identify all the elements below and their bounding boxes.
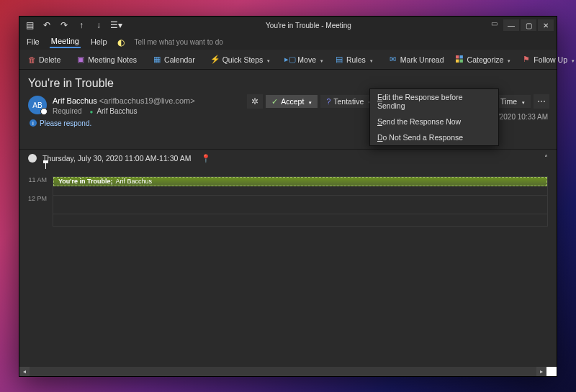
- clock-bullet-icon: [28, 154, 37, 163]
- down-arrow-icon[interactable]: ↓: [93, 19, 104, 31]
- rules-icon: ▤: [335, 55, 343, 64]
- ribbon: 🗑Delete ▣Meeting Notes ▦Calendar ⚡Quick …: [19, 50, 557, 70]
- outlook-meeting-window: ▤ ↶ ↷ ↑ ↓ ☰▾ You're in Trouble - Meeting…: [19, 16, 557, 377]
- move-label: Move: [297, 55, 316, 64]
- rules-button[interactable]: ▤Rules: [331, 54, 377, 65]
- now-marker-icon: [45, 163, 46, 169]
- required-attendee: Arif Bacchus: [96, 107, 137, 115]
- lightbulb-icon: ◐: [117, 37, 126, 46]
- meeting-notes-label: Meeting Notes: [88, 55, 137, 64]
- time-slot[interactable]: You're in Trouble; Arif Bacchus: [53, 177, 547, 196]
- delete-label: Delete: [39, 55, 60, 64]
- menu-item-label: end the Response Now: [382, 117, 461, 126]
- quick-steps-label: Quick Steps: [222, 55, 264, 64]
- horizontal-scrollbar[interactable]: ◂ ▸: [19, 367, 557, 376]
- accept-label: Accept: [281, 97, 304, 106]
- tracking-icon-button[interactable]: ✲: [247, 94, 263, 109]
- avatar[interactable]: AB: [28, 96, 47, 114]
- calendar-button[interactable]: ▦Calendar: [149, 54, 199, 65]
- up-arrow-icon[interactable]: ↑: [76, 19, 87, 31]
- resize-grip[interactable]: [546, 367, 557, 376]
- save-icon[interactable]: ▤: [24, 19, 35, 31]
- tell-me-input[interactable]: Tell me what you want to do: [135, 38, 223, 46]
- organizer-name: Arif Bacchus: [53, 96, 97, 105]
- scroll-right-icon[interactable]: ▸: [536, 367, 546, 376]
- svg-rect-3: [460, 60, 463, 63]
- meeting-time-bar: Thursday, July 30, 2020 11:00 AM-11:30 A…: [19, 149, 557, 168]
- close-button[interactable]: ✕: [538, 19, 554, 31]
- time-slot[interactable]: [53, 196, 547, 214]
- please-respond-text: Please respond.: [40, 119, 91, 127]
- calendar-event[interactable]: You're in Trouble; Arif Bacchus: [53, 177, 547, 186]
- categorize-button[interactable]: Categorize: [452, 54, 515, 65]
- envelope-icon: ✉: [389, 55, 397, 64]
- window-controls: ▭ ― ▢ ✕: [491, 19, 557, 31]
- menu-do-not-send[interactable]: Do Not Send a Response: [370, 129, 498, 145]
- lightning-icon: ⚡: [211, 55, 220, 64]
- onenote-icon: ▣: [76, 55, 85, 64]
- hour-label-11: 11 AM: [28, 176, 50, 183]
- accept-button[interactable]: ✓Accept: [266, 95, 318, 108]
- required-label: Required: [53, 107, 82, 115]
- titlebar: ▤ ↶ ↷ ↑ ↓ ☰▾ You're in Trouble - Meeting…: [19, 17, 557, 34]
- follow-up-label: Follow Up: [534, 55, 567, 64]
- collapse-toggle[interactable]: ˄: [544, 154, 548, 162]
- quick-steps-button[interactable]: ⚡Quick Steps: [207, 54, 274, 65]
- follow-up-button[interactable]: ⚑Follow Up: [518, 54, 576, 65]
- event-subject: You're in Trouble;: [58, 178, 112, 185]
- menu-item-label: dit the Response before Sending: [377, 93, 463, 110]
- check-icon: ✓: [271, 97, 278, 106]
- menu-send-response[interactable]: Send the Response Now: [370, 114, 498, 129]
- touch-mouse-mode-icon[interactable]: ☰▾: [110, 19, 122, 31]
- menu-edit-response[interactable]: Edit the Response before Sending: [370, 89, 498, 114]
- menu-item-label: o Not Send a Response: [383, 133, 464, 142]
- delete-icon: 🗑: [27, 55, 36, 64]
- mark-unread-button[interactable]: ✉Mark Unread: [385, 54, 448, 65]
- info-icon: i: [30, 119, 37, 127]
- scroll-left-icon[interactable]: ◂: [19, 367, 30, 376]
- maximize-button[interactable]: ▢: [521, 19, 536, 31]
- location-pin-icon: 📍: [201, 154, 211, 163]
- presence-icon: ●: [89, 109, 93, 115]
- move-button[interactable]: ▸▢Move: [282, 54, 327, 65]
- svg-rect-1: [460, 55, 463, 58]
- flag-icon: ⚑: [522, 55, 531, 64]
- accept-dropdown-menu: Edit the Response before Sending Send th…: [369, 88, 499, 146]
- undo-icon[interactable]: ↶: [41, 19, 53, 31]
- categorize-label: Categorize: [467, 55, 504, 64]
- calendar-grid[interactable]: You're in Trouble; Arif Bacchus: [53, 176, 548, 227]
- organizer-email: <arifbacchus19@live.com>: [99, 96, 195, 105]
- tentative-label: Tentative: [333, 97, 364, 106]
- svg-rect-2: [456, 60, 459, 63]
- minimize-button[interactable]: ―: [503, 19, 519, 31]
- organizer-lines: Arif Bacchus <arifbacchus19@live.com> Re…: [53, 96, 195, 117]
- window-title: You're in Trouble - Meeting: [126, 22, 491, 29]
- menu-bar: File Meeting Help ◐ Tell me what you wan…: [19, 34, 557, 50]
- meeting-datetime: Thursday, July 30, 2020 11:00 AM-11:30 A…: [42, 154, 191, 163]
- more-actions-button[interactable]: ⋯: [534, 94, 549, 109]
- menu-help[interactable]: Help: [89, 36, 109, 47]
- folder-move-icon: ▸▢: [286, 55, 294, 64]
- question-icon: ?: [326, 97, 330, 106]
- delete-button[interactable]: 🗑Delete: [24, 54, 64, 65]
- event-organizer: Arif Bacchus: [115, 178, 152, 185]
- calendar-icon: ▦: [153, 55, 161, 64]
- rules-label: Rules: [346, 55, 366, 64]
- calendar-label: Calendar: [164, 55, 195, 64]
- ribbon-display-icon[interactable]: ▭: [491, 19, 498, 31]
- hour-label-12: 12 PM: [28, 195, 50, 202]
- svg-rect-0: [456, 55, 459, 58]
- mark-unread-label: Mark Unread: [400, 55, 444, 64]
- menu-meeting[interactable]: Meeting: [50, 35, 81, 48]
- time-slot[interactable]: [53, 214, 547, 226]
- quick-access-toolbar: ▤ ↶ ↷ ↑ ↓ ☰▾: [19, 19, 126, 31]
- menu-file[interactable]: File: [25, 36, 41, 47]
- calendar-preview: 11 AM 12 PM You're in Trouble; Arif Bacc…: [19, 168, 557, 229]
- categorize-icon: [456, 55, 464, 64]
- meeting-notes-button[interactable]: ▣Meeting Notes: [73, 54, 140, 65]
- redo-icon[interactable]: ↷: [58, 19, 70, 31]
